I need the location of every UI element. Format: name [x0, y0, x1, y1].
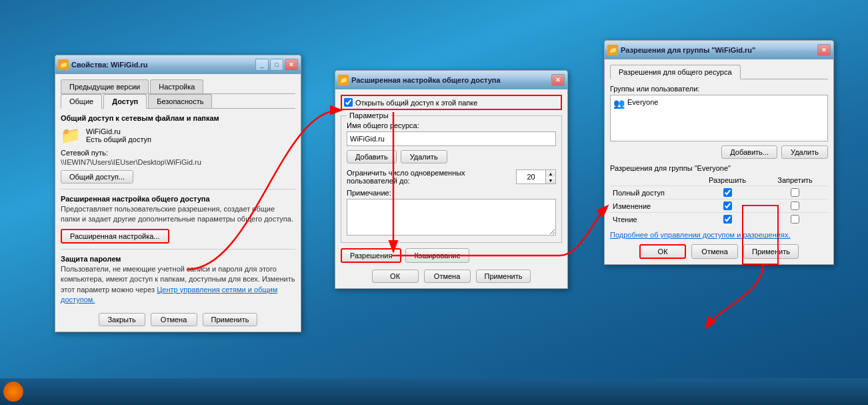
folder-info: 📁 WiFiGid.ru Есть общий доступ	[61, 126, 295, 145]
spinbox-down[interactable]: ▼	[546, 177, 555, 183]
folder-name: WiFiGid.ru	[86, 127, 151, 135]
properties-dialog: 📁 Свойства: WiFiGid.ru _ □ ✕ Предыдущие …	[55, 55, 301, 332]
cancel-btn-2[interactable]: Отмена	[424, 270, 471, 283]
perm-allow-change	[693, 199, 762, 213]
perm-read-deny-cb[interactable]	[791, 215, 799, 224]
password-desc: Пользователи, не имеющие учетной записи …	[61, 264, 295, 306]
close-btn-3[interactable]: ✕	[817, 44, 831, 56]
titlebar-1: 📁 Свойства: WiFiGid.ru _ □ ✕	[55, 55, 301, 74]
tab-bar-1: Предыдущие версии Настройка	[61, 79, 295, 94]
share-access-btn[interactable]: Общий доступ...	[61, 170, 133, 183]
limit-input[interactable]	[516, 169, 546, 184]
network-path: \\IEWIN7\Users\IEUser\Desktop\WiFiGid.ru	[61, 158, 295, 166]
perm-change-deny-cb[interactable]	[791, 201, 799, 210]
sep2	[61, 249, 295, 250]
desktop: 📁 Свойства: WiFiGid.ru _ □ ✕ Предыдущие …	[0, 0, 868, 378]
perm-deny-full	[762, 186, 828, 199]
titlebar-controls-1: _ □ ✕	[255, 59, 298, 71]
learn-more-link[interactable]: Подробнее об управлении доступом и разре…	[610, 231, 790, 239]
maximize-btn-1[interactable]: □	[270, 59, 283, 71]
remove-user-btn[interactable]: Удалить	[781, 145, 828, 159]
titlebar-controls-3: ✕	[817, 44, 831, 56]
folder-icon-titlebar: 📁	[58, 59, 69, 70]
permissions-btn[interactable]: Разрешения	[341, 248, 401, 263]
share-name-input[interactable]	[347, 131, 556, 146]
note-textarea[interactable]	[347, 199, 556, 236]
limit-row: Ограничить число одновременных пользоват…	[347, 169, 556, 185]
spinbox-arrows: ▲ ▼	[546, 169, 556, 184]
share-checkbox[interactable]	[344, 98, 353, 107]
password-title: Защита паролем	[61, 255, 295, 263]
minimize-btn-1[interactable]: _	[255, 59, 269, 71]
perm-name-change: Изменение	[610, 199, 693, 213]
network-path-label: Сетевой путь:	[61, 149, 295, 157]
perm-col-allow: Разрешить	[693, 175, 762, 186]
shared-access-title: Общий доступ к сетевым файлам и папкам	[61, 114, 295, 122]
ok-btn-2[interactable]: ОК	[372, 270, 419, 283]
permissions-table: Разрешить Запретить Полный доступ Измене…	[610, 175, 828, 226]
titlebar-3: 📁 Разрешения для группы "WiFiGid.ru" ✕	[605, 41, 833, 59]
users-list: 👥 Everyone	[610, 95, 828, 141]
advanced-settings-btn[interactable]: Расширенная настройка...	[61, 229, 169, 244]
ok-btn-3[interactable]: ОК	[639, 244, 686, 259]
apply-btn-3[interactable]: Применить	[743, 244, 799, 259]
dialog3-content: Разрешения для общего ресурса Группы или…	[605, 59, 833, 264]
permissions-tab[interactable]: Разрешения для общего ресурса	[610, 65, 741, 79]
perm-col-name	[610, 175, 693, 186]
perm-name-full: Полный доступ	[610, 186, 693, 199]
user-management-buttons: Добавить... Удалить	[610, 145, 828, 159]
spinbox-up[interactable]: ▲	[546, 170, 555, 177]
permissions-dialog: 📁 Разрешения для группы "WiFiGid.ru" ✕ Р…	[604, 40, 834, 265]
tab-security[interactable]: Безопасность	[148, 94, 212, 108]
folder-details: WiFiGid.ru Есть общий доступ	[86, 127, 151, 143]
remove-btn[interactable]: Удалить	[401, 150, 447, 163]
tab-bar-1b: Общие Доступ Безопасность	[61, 94, 295, 109]
apply-btn-1[interactable]: Применить	[203, 313, 258, 326]
close-btn-1[interactable]: ✕	[285, 59, 298, 71]
share-btn-wrapper: Общий доступ...	[61, 170, 295, 183]
perm-row-read: Чтение	[610, 213, 828, 226]
perm-change-allow-cb[interactable]	[723, 201, 732, 210]
perm-full-allow-cb[interactable]	[723, 188, 732, 197]
apply-btn-2[interactable]: Применить	[476, 270, 531, 283]
add-user-btn[interactable]: Добавить...	[721, 145, 777, 159]
perm-read-allow-cb[interactable]	[723, 215, 732, 224]
perm-name-read: Чтение	[610, 213, 693, 226]
caching-btn[interactable]: Кэширование	[405, 248, 469, 263]
advanced-settings-dialog: 📁 Расширенная настройка общего доступа ✕…	[335, 70, 568, 289]
folder-icon-titlebar-3: 📁	[607, 45, 618, 55]
dialog3-title: Разрешения для группы "WiFiGid.ru"	[621, 46, 817, 54]
perm-deny-read	[762, 213, 828, 226]
advanced-desc: Предоставляет пользовательские разрешени…	[61, 204, 295, 225]
tab-prev-versions[interactable]: Предыдущие версии	[61, 79, 149, 93]
tab-general[interactable]: Общие	[61, 94, 102, 109]
limit-spinbox: ▲ ▼	[516, 169, 556, 184]
advanced-btn-wrapper: Расширенная настройка...	[61, 229, 295, 244]
groups-label: Группы или пользователи:	[610, 85, 828, 93]
limit-label: Ограничить число одновременных пользоват…	[347, 169, 512, 185]
perm-full-deny-cb[interactable]	[791, 188, 799, 197]
everyone-user: Everyone	[627, 98, 658, 106]
dialog1-title: Свойства: WiFiGid.ru	[71, 61, 255, 69]
dialog1-content: Предыдущие версии Настройка Общие Доступ…	[55, 74, 301, 332]
perm-label: Разрешения для группы "Everyone"	[610, 164, 828, 172]
titlebar-2: 📁 Расширенная настройка общего доступа ✕	[335, 71, 567, 89]
sep1	[61, 189, 295, 189]
dialog1-buttons: Закрыть Отмена Применить	[61, 313, 295, 326]
cancel-btn-1[interactable]: Отмена	[151, 313, 197, 326]
dialog3-tab-bar: Разрешения для общего ресурса	[610, 65, 828, 79]
dialog2-content: Открыть общий доступ к этой папке Параме…	[335, 89, 567, 288]
add-btn[interactable]: Добавить	[347, 150, 397, 163]
perm-allow-read	[693, 213, 762, 226]
cancel-btn-3[interactable]: Отмена	[691, 244, 738, 259]
tab-access[interactable]: Доступ	[103, 94, 147, 109]
perm-deny-change	[762, 199, 828, 213]
advanced-title: Расширенная настройка общего доступа	[61, 195, 295, 203]
params-title: Параметры	[347, 111, 391, 119]
share-name-label: Имя общего ресурса:	[347, 121, 556, 129]
perm-allow-full	[693, 186, 762, 199]
tab-settings[interactable]: Настройка	[150, 79, 203, 93]
folder-icon-titlebar-2: 📁	[338, 75, 349, 85]
close-btn[interactable]: Закрыть	[99, 313, 145, 326]
close-btn-2[interactable]: ✕	[551, 74, 565, 86]
